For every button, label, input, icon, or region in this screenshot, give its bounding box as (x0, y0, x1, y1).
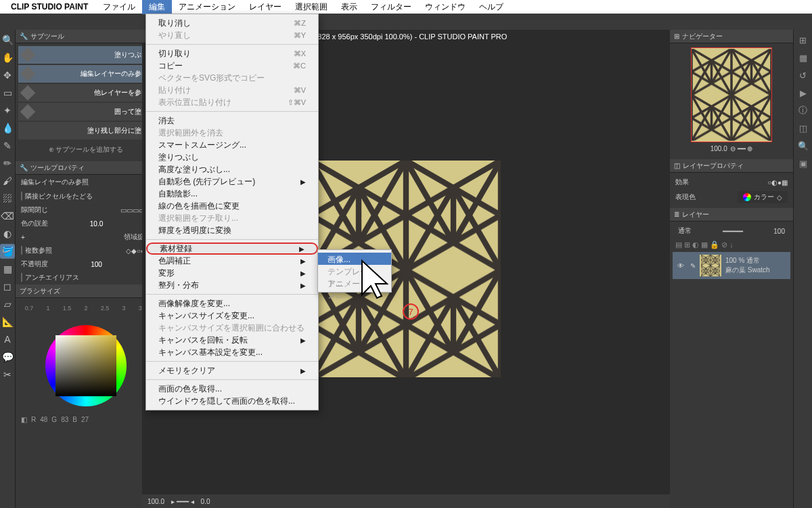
mi-smart-smooth[interactable]: スマートスムージング... (146, 139, 318, 151)
item-bank-icon[interactable]: ◫ (797, 122, 809, 134)
mi-align[interactable]: 整列・分布▶ (146, 279, 318, 291)
navigator-thumb[interactable] (691, 47, 772, 142)
express-color[interactable]: カラー◇ (738, 191, 788, 203)
prop-opacity[interactable]: 不透明度100◐ (16, 257, 156, 271)
mi-register-material[interactable]: 素材登録▶ (146, 242, 318, 255)
tool-eraser[interactable]: ⌫ (0, 209, 15, 224)
menu-animation[interactable]: アニメーション (172, 0, 242, 14)
mi-auto-color[interactable]: 自動彩色 (先行プレビュー)▶ (146, 175, 318, 188)
search-icon[interactable]: 🔍 (797, 140, 809, 152)
layer-blend-row[interactable]: 通常━━━━━100 (673, 224, 790, 238)
tool-air[interactable]: ⛆ (0, 191, 15, 206)
menubar: CLIP STUDIO PAINT ファイル 編集 アニメーション レイヤー 選… (0, 0, 812, 14)
menu-layer[interactable]: レイヤー (242, 0, 288, 14)
menu-view[interactable]: 表示 (334, 0, 364, 14)
mi-clear[interactable]: 消去 (146, 114, 318, 127)
mi-line-to-draw[interactable]: 線の色を描画色に変更 (146, 200, 318, 212)
tool-pencil[interactable]: ✏ (0, 156, 15, 171)
menu-selection[interactable]: 選択範囲 (288, 0, 334, 14)
tool-ruler[interactable]: 📐 (0, 314, 15, 329)
brushsize-header: ブラシサイズ (16, 284, 156, 298)
menu-file[interactable]: ファイル (96, 0, 142, 14)
subtool-leftover[interactable]: 塗り残し部分に塗る (18, 122, 154, 140)
layer-toolbar[interactable]: ▤ ⊞ ◐ ▦ 🔒 ⊘ ↓ (673, 238, 790, 252)
subtool-enclose[interactable]: 囲って塗る (18, 103, 154, 121)
material-icon[interactable]: ▦ (797, 51, 809, 64)
tool-marquee[interactable]: ▭ (0, 85, 15, 100)
mi-canvas-basic[interactable]: キャンバス基本設定を変更... (146, 346, 318, 358)
brush-dot[interactable]: 3 (117, 305, 131, 312)
layers-header: ≣レイヤー (670, 208, 793, 221)
tool-correct[interactable]: ✂ (0, 367, 15, 382)
tool-magnify[interactable]: 🔍 (0, 33, 15, 47)
layers-panel: 通常━━━━━100 ▤ ⊞ ◐ ▦ 🔒 ⊘ ↓ 👁 ✎ 100 % 通常 麻の… (670, 221, 793, 508)
layer-item[interactable]: 👁 ✎ 100 % 通常 麻の葉 Swatch (673, 252, 790, 279)
prop-antialias[interactable]: アンチエイリアス (16, 271, 156, 284)
auto-action-icon[interactable]: ▶ (797, 87, 809, 99)
mi-auto-shadow[interactable]: 自動陰影... (146, 188, 318, 200)
subtool-other-layer[interactable]: 他レイヤーを参照 (18, 84, 154, 102)
mi-copy-svg: ベクターをSVG形式でコピー (146, 72, 318, 84)
mi-rotate-canvas[interactable]: キャンバスを回転・反転▶ (146, 334, 318, 346)
brush-dot[interactable]: 1 (41, 305, 55, 312)
status-zoom[interactable]: 100.0 (148, 498, 164, 505)
mi-redo: やり直し⌘Y (146, 29, 318, 41)
prop-gap-close[interactable]: 隙間閉じ▭▭▭▭▭ (16, 203, 156, 217)
prop-color-margin[interactable]: 色の誤差10.0◐ (16, 217, 156, 230)
mi-transform[interactable]: 変形▶ (146, 267, 318, 279)
brush-dot[interactable]: 2.5 (98, 305, 112, 312)
tool-balloon[interactable]: 💬 (0, 350, 15, 364)
sub-view-icon[interactable]: ▣ (797, 157, 809, 169)
color-wheel[interactable] (45, 325, 127, 406)
layerprop-effect: 効果 (675, 177, 689, 187)
prop-adjacent[interactable]: 隣接ピクセルをたどる (16, 190, 156, 203)
subtool-fill[interactable]: 塗りつぶし (18, 46, 154, 64)
prop-area-scale[interactable]: +領域拡縮 (16, 230, 156, 244)
subtool-edit-layer-only[interactable]: 編集レイヤーのみ参照 (18, 65, 154, 83)
mi-clear-mem[interactable]: メモリをクリア▶ (146, 364, 318, 377)
mi-adv-fill[interactable]: 高度な塗りつぶし... (146, 163, 318, 175)
mi-bright-opac[interactable]: 輝度を透明度に変換 (146, 224, 318, 236)
submenu-image[interactable]: 画像... (318, 253, 391, 265)
menu-help[interactable]: ヘルプ (472, 0, 510, 14)
tool-brush[interactable]: 🖌 (0, 173, 15, 188)
mi-undo[interactable]: 取り消し⌘Z (146, 17, 318, 29)
mi-copy[interactable]: コピー⌘C (146, 60, 318, 72)
visibility-icon[interactable]: 👁 (675, 262, 686, 270)
tool-text[interactable]: A (0, 332, 15, 347)
mi-fill[interactable]: 塗りつぶし (146, 151, 318, 163)
tool-move[interactable]: ✥ (0, 68, 15, 83)
tool-wand[interactable]: ✦ (0, 103, 15, 118)
menu-window[interactable]: ウィンドウ (418, 0, 472, 14)
subtool-add[interactable]: ⊕ サブツールを追加する (18, 141, 154, 158)
tool-blend[interactable]: ◐ (0, 226, 15, 241)
mi-pick-hidden[interactable]: ウインドウを隠して画面の色を取得... (146, 395, 318, 407)
mi-cut[interactable]: 切り取り⌘X (146, 47, 318, 60)
brush-dot[interactable]: 0.7 (22, 305, 36, 312)
info-icon[interactable]: ⓘ (797, 104, 809, 117)
brush-dot[interactable]: 1.5 (60, 305, 74, 312)
tool-shape[interactable]: ◻ (0, 279, 15, 294)
tool-gradient[interactable]: ▦ (0, 261, 15, 276)
mi-pick-screen[interactable]: 画面の色を取得... (146, 383, 318, 395)
tool-eyedrop[interactable]: 💧 (0, 121, 15, 135)
menu-filter[interactable]: フィルター (364, 0, 418, 14)
submenu-template: テンプレート... (318, 265, 391, 277)
brush-dot[interactable]: 2 (79, 305, 93, 312)
mi-change-canvas[interactable]: キャンバスサイズを変更... (146, 310, 318, 322)
quick-access-icon[interactable]: ⊞ (797, 34, 809, 46)
mi-change-res[interactable]: 画像解像度を変更... (146, 297, 318, 310)
right-strip: ⊞ ▦ ↺ ▶ ⓘ ◫ 🔍 ▣ (793, 30, 812, 508)
prop-multi-ref[interactable]: 複数参照◇◆○●▢ (16, 244, 156, 257)
mi-tonal[interactable]: 色調補正▶ (146, 255, 318, 267)
navigator-zoom[interactable]: 100.0⊖ ━━ ⊕ (674, 142, 789, 155)
menu-edit[interactable]: 編集 (142, 0, 172, 14)
left-panels: 🔧 サブツール 塗りつぶし 編集レイヤーのみ参照 他レイヤーを参照 囲って塗る … (16, 30, 156, 508)
tool-hand[interactable]: ✋ (0, 50, 15, 65)
tool-fill[interactable]: 🪣 (0, 244, 15, 259)
status-angle[interactable]: 0.0 (201, 498, 210, 505)
tool-frame[interactable]: ▱ (0, 297, 15, 312)
tool-pen[interactable]: ✎ (0, 138, 15, 153)
history-icon[interactable]: ↺ (797, 69, 809, 81)
effect-icons[interactable]: ○◐●▦ (767, 179, 788, 186)
